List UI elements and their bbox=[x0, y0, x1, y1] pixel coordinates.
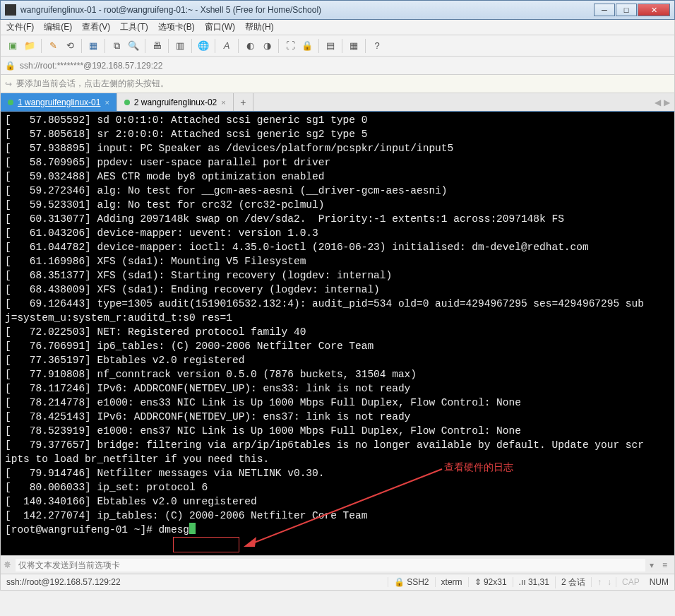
send-icon[interactable]: ✵ bbox=[4, 559, 11, 570]
color1-icon[interactable]: ◐ bbox=[242, 38, 258, 54]
send-dropdown-icon[interactable]: ▾ bbox=[645, 560, 658, 570]
tab-close-2[interactable]: × bbox=[221, 98, 225, 107]
color2-icon[interactable]: ◑ bbox=[259, 38, 275, 54]
menu-window[interactable]: 窗口(W) bbox=[205, 21, 235, 33]
tab-prev-icon[interactable]: ◀ bbox=[655, 97, 661, 107]
tip-text: 要添加当前会话，点击左侧的箭头按钮。 bbox=[16, 78, 169, 90]
screen-icon[interactable]: ▥ bbox=[172, 38, 188, 54]
font-icon[interactable]: A bbox=[219, 38, 234, 54]
status-down-icon[interactable]: ↓ bbox=[607, 577, 616, 587]
open-icon[interactable]: 📁 bbox=[22, 38, 37, 54]
window-controls: ─ □ ✕ bbox=[593, 4, 670, 16]
lock-glyph-icon: 🔒 bbox=[5, 61, 16, 71]
connect-icon[interactable]: ✎ bbox=[45, 38, 61, 54]
status-pos: .ıı 31,31 bbox=[513, 577, 555, 587]
status-num: NUM bbox=[645, 577, 669, 587]
terminal-cursor bbox=[189, 523, 196, 534]
paste-icon[interactable]: 🔍 bbox=[126, 38, 141, 54]
annotation-arrow-icon bbox=[241, 466, 453, 551]
annotation-box bbox=[173, 537, 239, 552]
send-input[interactable] bbox=[16, 559, 645, 571]
svg-line-0 bbox=[251, 469, 442, 544]
terminal-command: dmesg bbox=[159, 524, 190, 535]
status-caps: CAP bbox=[616, 577, 645, 587]
status-size: ⇕ 92x31 bbox=[468, 577, 513, 587]
tab-nav: ◀ ▶ bbox=[650, 93, 674, 111]
window-title: wangruifenglinux-01 - root@wangruifeng-0… bbox=[20, 5, 593, 15]
status-term: xterm bbox=[435, 577, 468, 587]
terminal-output[interactable]: [ 57.805592] sd 0:0:1:0: Attached scsi g… bbox=[0, 112, 675, 555]
tip-bar: ↪ 要添加当前会话，点击左侧的箭头按钮。 bbox=[0, 75, 675, 93]
status-bar: ssh://root@192.168.57.129:22 🔒 SSH2 xter… bbox=[0, 574, 675, 591]
tip-arrow-icon[interactable]: ↪ bbox=[5, 79, 12, 89]
menu-help[interactable]: 帮助(H) bbox=[245, 21, 274, 33]
titlebar: wangruifenglinux-01 - root@wangruifeng-0… bbox=[0, 0, 675, 20]
split-icon[interactable]: ▤ bbox=[323, 38, 338, 54]
layout-icon[interactable]: ▦ bbox=[346, 38, 362, 54]
copy-icon[interactable]: ⧉ bbox=[109, 38, 124, 54]
properties-icon[interactable]: ▦ bbox=[85, 38, 101, 54]
print-icon[interactable]: 🖶 bbox=[149, 38, 165, 54]
menu-edit[interactable]: 编辑(E) bbox=[44, 21, 72, 33]
minimize-button[interactable]: ─ bbox=[594, 4, 615, 16]
menu-tools[interactable]: 工具(T) bbox=[120, 21, 148, 33]
annotation-label: 查看硬件的日志 bbox=[444, 461, 513, 475]
lock-icon[interactable]: 🔒 bbox=[299, 38, 315, 54]
toolbar: ▣ 📁 ✎ ⟲ ▦ ⧉ 🔍 🖶 ▥ 🌐 A ◐ ◑ ⛶ 🔒 ▤ ▦ ? bbox=[0, 35, 675, 57]
status-sessions: 2 会话 bbox=[555, 576, 591, 588]
tab-session-2[interactable]: 2 wangruifenglinux-02 × bbox=[117, 93, 234, 111]
status-dot-icon bbox=[124, 100, 130, 105]
tab-label-2: 2 wangruifenglinux-02 bbox=[134, 97, 217, 107]
address-text[interactable]: ssh://root:********@192.168.57.129:22 bbox=[20, 61, 162, 71]
address-bar: 🔒 ssh://root:********@192.168.57.129:22 bbox=[0, 57, 675, 75]
disconnect-icon[interactable]: ⟲ bbox=[62, 38, 78, 54]
tab-session-1[interactable]: 1 wangruifenglinux-01 × bbox=[1, 93, 117, 111]
tab-label-1: 1 wangruifenglinux-01 bbox=[18, 97, 100, 107]
tab-bar: 1 wangruifenglinux-01 × 2 wangruifenglin… bbox=[0, 93, 675, 112]
status-dot-icon bbox=[8, 100, 13, 105]
svg-marker-1 bbox=[244, 537, 256, 547]
menubar: 文件(F) 编辑(E) 查看(V) 工具(T) 选项卡(B) 窗口(W) 帮助(… bbox=[0, 20, 675, 35]
status-address: ssh://root@192.168.57.129:22 bbox=[6, 577, 121, 587]
maximize-button[interactable]: □ bbox=[616, 4, 637, 16]
fullscreen-icon[interactable]: ⛶ bbox=[282, 38, 298, 54]
status-ssh: 🔒 SSH2 bbox=[388, 577, 435, 587]
menu-tabs[interactable]: 选项卡(B) bbox=[158, 21, 195, 33]
close-button[interactable]: ✕ bbox=[638, 4, 670, 16]
send-menu-icon[interactable]: ≡ bbox=[658, 560, 671, 570]
tab-add-button[interactable]: + bbox=[234, 93, 253, 111]
globe-icon[interactable]: 🌐 bbox=[196, 38, 211, 54]
tab-close-1[interactable]: × bbox=[104, 98, 109, 107]
status-up-icon[interactable]: ↑ bbox=[591, 577, 607, 587]
menu-file[interactable]: 文件(F) bbox=[6, 21, 34, 33]
app-icon bbox=[5, 4, 16, 16]
new-session-icon[interactable]: ▣ bbox=[5, 38, 20, 54]
send-bar: ✵ ▾ ≡ bbox=[0, 555, 675, 574]
tab-next-icon[interactable]: ▶ bbox=[664, 97, 670, 107]
help-icon[interactable]: ? bbox=[369, 38, 385, 54]
menu-view[interactable]: 查看(V) bbox=[82, 21, 110, 33]
